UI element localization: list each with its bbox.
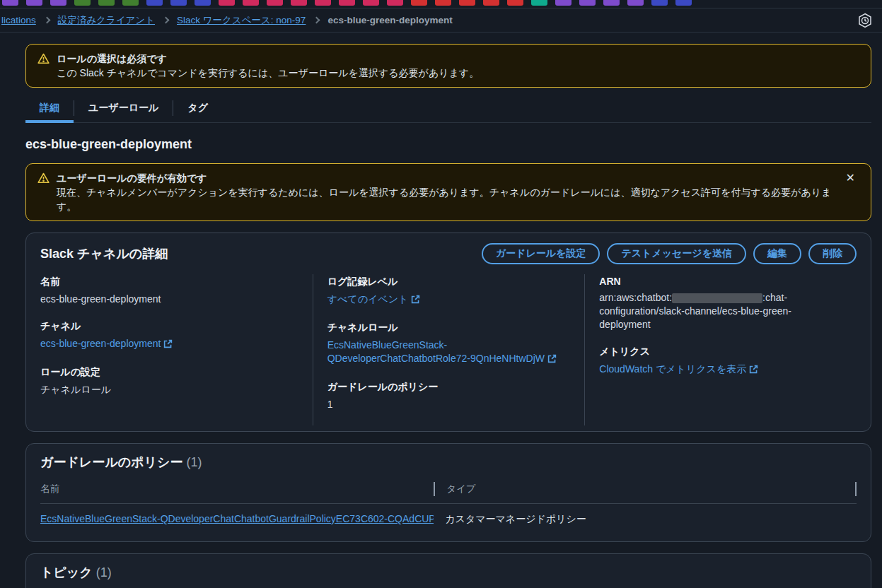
card-title: トピック (1): [40, 564, 112, 581]
delete-button[interactable]: 削除: [808, 243, 857, 264]
recently-visited-icon[interactable]: [858, 13, 872, 28]
tab-bar: 詳細 ユーザーロール タグ: [25, 96, 871, 123]
field-guardrail-policy-count: ガードレールのポリシー 1: [327, 381, 571, 411]
breadcrumb: lications 設定済みクライアント Slack ワークスペース: non-…: [1, 14, 453, 27]
tab-user-roles[interactable]: ユーザーロール: [74, 96, 173, 123]
banner-message: この Slack チャネルでコマンドを実行するには、ユーザーロールを選択する必要…: [57, 66, 859, 80]
chevron-right-icon: [313, 17, 320, 24]
column-header-name: 名前: [40, 483, 434, 495]
close-icon[interactable]: ✕: [842, 171, 859, 185]
banner-message: 現在、チャネルメンバーがアクションを実行するためには、ロールを選択する必要があり…: [57, 185, 835, 213]
field-metrics: メトリクス CloudWatch でメトリクスを表示: [599, 346, 842, 377]
chevron-right-icon: [43, 17, 50, 24]
topics-card: トピック (1) SNS トピック AWS リージョン EcsNativeBlu…: [25, 553, 871, 588]
column-header-type: タイプ: [434, 482, 855, 496]
field-role-setting: ロールの設定 チャネルロール: [40, 366, 298, 396]
banner-title: ユーザーロールの要件が有効です: [57, 171, 835, 185]
table-row: EcsNativeBlueGreenStack-QDeveloperChatCh…: [40, 503, 857, 537]
logging-level-link[interactable]: すべてのイベント: [327, 293, 409, 305]
external-link-icon: [163, 339, 173, 352]
breadcrumb-configured-clients[interactable]: 設定済みクライアント: [58, 14, 155, 27]
breadcrumb-current-channel: ecs-blue-green-deployment: [327, 15, 452, 25]
card-title: ガードレールのポリシー (1): [40, 454, 202, 471]
warning-icon: [37, 53, 50, 66]
configure-guardrails-button[interactable]: ガードレールを設定: [482, 243, 600, 264]
breadcrumb-bar: lications 設定済みクライアント Slack ワークスペース: non-…: [0, 8, 882, 33]
guardrail-policies-card: ガードレールのポリシー (1) 名前 タイプ EcsNativeBlueGree…: [25, 443, 871, 542]
chevron-right-icon: [163, 17, 170, 24]
bookmarks-strip: [0, 0, 882, 6]
warning-banner-role-required: ロールの選択は必須です この Slack チャネルでコマンドを実行するには、ユー…: [25, 44, 871, 88]
card-title: Slack チャネルの詳細: [40, 245, 168, 262]
redacted-account-id: [672, 293, 762, 303]
send-test-message-button[interactable]: テストメッセージを送信: [607, 243, 746, 264]
main-content: ロールの選択は必須です この Slack チャネルでコマンドを実行するには、ユー…: [0, 33, 882, 588]
warning-icon: [37, 172, 50, 186]
field-channel-role: チャネルロール EcsNativeBlueGreenStack-QDevelop…: [327, 322, 571, 367]
tab-tags[interactable]: タグ: [173, 96, 222, 123]
guardrail-policy-link[interactable]: EcsNativeBlueGreenStack-QDeveloperChatCh…: [40, 513, 434, 524]
channel-link[interactable]: ecs-blue-green-deployment: [40, 338, 161, 349]
card-actions: ガードレールを設定 テストメッセージを送信 編集 削除: [482, 243, 857, 264]
external-link-icon: [547, 353, 557, 367]
channel-details-card: Slack チャネルの詳細 ガードレールを設定 テストメッセージを送信 編集 削…: [25, 233, 871, 432]
item-count: (1): [186, 455, 202, 469]
arn-value: arn:aws:chatbot::chat-configuration/slac…: [599, 291, 842, 331]
external-link-icon: [749, 364, 758, 377]
item-count: (1): [96, 565, 112, 580]
policy-type-cell: カスタマーマネージドポリシー: [434, 513, 857, 526]
external-link-icon: [411, 294, 420, 307]
breadcrumb-slack-workspace[interactable]: Slack ワークスペース: non-97: [177, 14, 306, 27]
page-title: ecs-blue-green-deployment: [25, 137, 871, 152]
edit-button[interactable]: 編集: [753, 243, 801, 264]
field-name: 名前 ecs-blue-green-deployment: [40, 276, 298, 306]
tab-details[interactable]: 詳細: [25, 96, 74, 123]
warning-banner-user-role-active: ユーザーロールの要件が有効です 現在、チャネルメンバーがアクションを実行するため…: [25, 163, 871, 221]
banner-title: ロールの選択は必須です: [57, 52, 859, 66]
column-divider: [855, 482, 857, 496]
field-logging-level: ログ記録レベル すべてのイベント: [327, 276, 571, 307]
cloudwatch-metrics-link[interactable]: CloudWatch でメトリクスを表示: [599, 363, 746, 375]
channel-role-link[interactable]: EcsNativeBlueGreenStack-QDeveloperChatCh…: [327, 339, 545, 364]
table-header: SNS トピック AWS リージョン: [40, 581, 857, 588]
table-header: 名前 タイプ: [40, 471, 857, 503]
field-channel: チャネル ecs-blue-green-deployment: [40, 320, 298, 352]
field-arn: ARN arn:aws:chatbot::chat-configuration/…: [599, 276, 842, 331]
details-grid: 名前 ecs-blue-green-deployment チャネル ecs-bl…: [40, 274, 857, 431]
browser-topbar: [0, 0, 882, 8]
breadcrumb-applications[interactable]: lications: [1, 15, 36, 25]
